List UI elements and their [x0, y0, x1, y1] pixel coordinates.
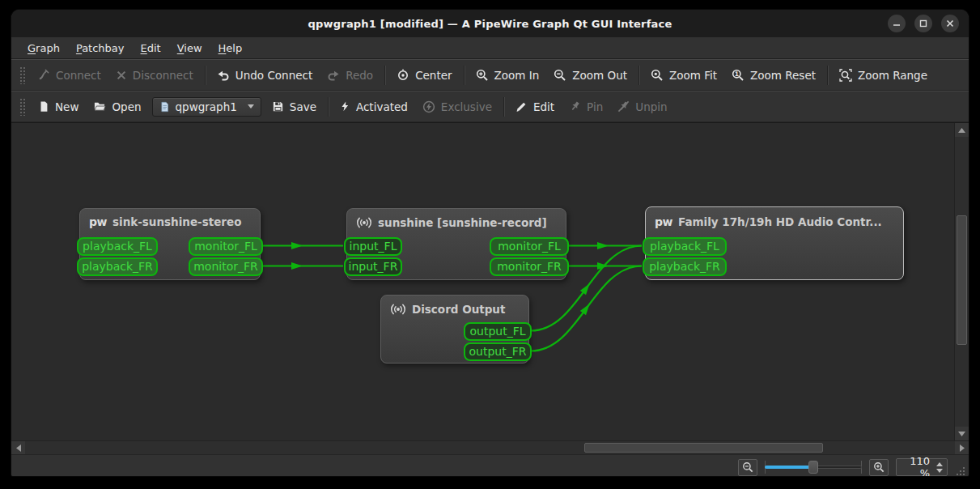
- toolbar-separator: [827, 66, 828, 85]
- port-input[interactable]: playback_FL: [643, 237, 727, 256]
- svg-text:1: 1: [735, 70, 739, 78]
- desktop-background: qpwgraph1 [modified] — A PipeWire Graph …: [0, 0, 980, 489]
- close-icon: [945, 19, 955, 28]
- menu-patchbay[interactable]: Patchbay: [68, 40, 133, 57]
- scroll-up-button[interactable]: [955, 123, 969, 137]
- center-button[interactable]: Center: [389, 65, 459, 86]
- edit-patchbay-button[interactable]: Edit: [508, 96, 562, 117]
- exclusive-toggle[interactable]: Exclusive: [415, 96, 499, 117]
- zoom-out-icon: [742, 461, 754, 474]
- save-icon: [272, 100, 284, 113]
- connect-button[interactable]: Connect: [31, 65, 108, 86]
- arrow-up-icon: [958, 128, 965, 133]
- port-output[interactable]: monitor_FL: [490, 237, 569, 256]
- vertical-scroll-thumb[interactable]: [957, 215, 967, 345]
- menu-graph[interactable]: Graph: [19, 40, 68, 57]
- current-patchbay-dropdown[interactable]: qpwgraph1: [152, 97, 261, 117]
- zoom-in-small-button[interactable]: [869, 459, 889, 476]
- maximize-button[interactable]: [914, 15, 932, 32]
- zoom-out-small-button[interactable]: [738, 459, 757, 476]
- port-input[interactable]: input_FL: [344, 237, 402, 256]
- zoom-fit-button[interactable]: Zoom Fit: [643, 65, 724, 86]
- horizontal-scrollbar[interactable]: [11, 440, 969, 454]
- port-output[interactable]: output_FL: [464, 322, 532, 341]
- vertical-scrollbar[interactable]: [954, 123, 969, 440]
- zoom-in-button[interactable]: Zoom In: [469, 65, 547, 86]
- redo-button[interactable]: Redo: [320, 65, 380, 86]
- horizontal-scroll-thumb[interactable]: [584, 443, 823, 453]
- toolbar-graph: Connect Disconnect Undo Connect Redo Cen…: [11, 59, 969, 91]
- graph-view-frame: pw sink-sunshine-stereo playback_FL play…: [11, 122, 969, 454]
- zoom-fit-icon: [651, 69, 664, 82]
- titlebar[interactable]: qpwgraph1 [modified] — A PipeWire Graph …: [11, 10, 969, 37]
- port-input[interactable]: playback_FR: [77, 257, 158, 276]
- scroll-left-button[interactable]: [11, 441, 25, 454]
- window-resize-grip[interactable]: [955, 466, 966, 476]
- port-output[interactable]: monitor_FL: [189, 237, 263, 256]
- connection-arrow: [597, 242, 609, 249]
- port-output[interactable]: monitor_FR: [490, 257, 569, 276]
- port-output[interactable]: monitor_FR: [189, 257, 263, 276]
- disconnect-icon: [116, 70, 127, 81]
- arrow-right-icon: [960, 444, 965, 452]
- minimize-button[interactable]: [888, 15, 906, 32]
- app-window: qpwgraph1 [modified] — A PipeWire Graph …: [11, 10, 969, 476]
- toolbar-separator: [384, 66, 385, 85]
- menu-view[interactable]: View: [169, 40, 210, 57]
- pin-button[interactable]: Pin: [562, 96, 610, 117]
- zoom-out-button[interactable]: Zoom Out: [546, 65, 634, 86]
- close-button[interactable]: [941, 15, 959, 32]
- window-controls: [888, 15, 959, 32]
- zoom-slider[interactable]: [765, 459, 862, 475]
- new-patchbay-button[interactable]: New: [31, 96, 86, 117]
- activated-toggle[interactable]: Activated: [333, 96, 415, 117]
- toolbar-separator: [205, 66, 206, 85]
- node-sunshine-record[interactable]: sunshine [sunshine-record] input_FL inpu…: [346, 208, 566, 280]
- toolbar-drag-handle[interactable]: [19, 66, 25, 84]
- node-title: Family 17h/19h HD Audio Contr...: [678, 215, 882, 228]
- redo-icon: [327, 69, 340, 82]
- toolbar-separator: [503, 97, 504, 117]
- connection-arrow: [291, 242, 303, 249]
- spin-up-icon[interactable]: [936, 462, 943, 466]
- connect-icon: [38, 69, 50, 81]
- port-input[interactable]: playback_FR: [643, 257, 727, 276]
- zoom-percent-spinbox[interactable]: 110 %: [896, 458, 948, 476]
- scroll-right-button[interactable]: [955, 441, 969, 454]
- port-input[interactable]: playback_FL: [77, 237, 158, 256]
- port-output[interactable]: output_FR: [464, 342, 532, 361]
- vertical-scroll-track[interactable]: [955, 137, 969, 427]
- patchbay-file-icon: [159, 101, 170, 113]
- graph-canvas[interactable]: pw sink-sunshine-stereo playback_FL play…: [11, 123, 954, 440]
- node-sink-sunshine-stereo[interactable]: pw sink-sunshine-stereo playback_FL play…: [79, 208, 261, 280]
- arrow-left-icon: [16, 444, 21, 452]
- zoom-range-button[interactable]: Zoom Range: [832, 65, 935, 86]
- scroll-down-button[interactable]: [955, 427, 969, 440]
- pin-icon: [569, 100, 581, 113]
- zoom-percent-value: 110 %: [897, 455, 933, 476]
- open-patchbay-button[interactable]: Open: [86, 96, 148, 117]
- menu-edit[interactable]: Edit: [133, 40, 169, 57]
- pipewire-icon: pw: [89, 215, 107, 228]
- disconnect-button[interactable]: Disconnect: [108, 65, 201, 86]
- minimize-icon: [892, 19, 902, 28]
- unpin-button[interactable]: Unpin: [610, 96, 674, 117]
- save-patchbay-button[interactable]: Save: [265, 96, 324, 117]
- zoom-reset-button[interactable]: 1 Zoom Reset: [724, 65, 823, 86]
- connection-lines: [11, 123, 954, 440]
- port-input[interactable]: input_FR: [344, 257, 402, 276]
- horizontal-scroll-track[interactable]: [25, 441, 955, 454]
- spin-down-icon[interactable]: [936, 469, 943, 473]
- undo-connect-button[interactable]: Undo Connect: [210, 65, 320, 86]
- node-title: sunshine [sunshine-record]: [378, 216, 547, 229]
- center-icon: [397, 69, 409, 82]
- node-discord-output[interactable]: Discord Output output_FL output_FR: [380, 295, 529, 364]
- menu-help[interactable]: Help: [210, 40, 251, 57]
- toolbar-drag-handle[interactable]: [19, 98, 25, 116]
- node-family-hd-audio-controller[interactable]: pw Family 17h/19h HD Audio Contr... play…: [645, 206, 904, 280]
- toolbar-separator: [328, 97, 329, 117]
- open-folder-icon: [93, 100, 106, 113]
- zoom-in-icon: [873, 461, 885, 474]
- zoom-out-icon: [554, 69, 566, 82]
- zoom-slider-handle[interactable]: [808, 461, 818, 474]
